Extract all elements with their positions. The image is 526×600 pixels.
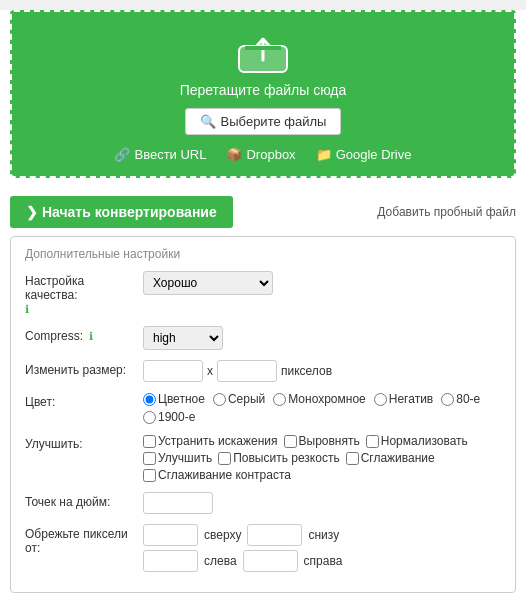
improve-check-align[interactable] [284,435,297,448]
compress-label: Compress: ℹ [25,326,135,343]
compress-row: Compress: ℹ high medium low [25,326,501,350]
upload-links: 🔗 Ввести URL 📦 Dropbox 📁 Google Drive [22,147,504,162]
crop-right-label: справа [304,554,343,568]
choose-files-label: Выберите файлы [221,114,327,129]
upload-drag-text: Перетащите файлы сюда [22,82,504,98]
improve-sharpen[interactable]: Повысить резкость [218,451,339,465]
improve-check-smooth[interactable] [346,452,359,465]
crop-right-input[interactable] [243,550,298,572]
resize-row: Изменить размер: x пикселов [25,360,501,382]
settings-section-title: Дополнительные настройки [25,247,501,261]
crop-top-input[interactable] [143,524,198,546]
crop-row: Обрежьте пиксели от: сверху снизу слева … [25,524,501,572]
crop-group: сверху снизу слева справа [143,524,342,572]
crop-left-input[interactable] [143,550,198,572]
resize-pixels-label: пикселов [281,364,332,378]
improve-check-normalize[interactable] [366,435,379,448]
improve-fix-distortion[interactable]: Устранить искажения [143,434,278,448]
quality-select[interactable]: Хорошо Лучше Отлично [143,271,273,295]
improve-label: Улучшить: [25,434,135,451]
top-start-button[interactable]: ❯ Начать конвертирование [10,196,233,228]
improve-normalize[interactable]: Нормализовать [366,434,468,448]
resize-x: x [207,364,213,378]
color-option-mono[interactable]: Монохромное [273,392,366,406]
dropbox-link[interactable]: 📦 Dropbox [226,147,295,162]
color-radio-color[interactable] [143,393,156,406]
quality-label: Настройка качества: ℹ [25,271,135,316]
improve-smooth[interactable]: Сглаживание [346,451,435,465]
quality-row: Настройка качества: ℹ Хорошо Лучше Отлич… [25,271,501,316]
color-radio-grey[interactable] [213,393,226,406]
crop-left-row: слева справа [143,550,342,572]
color-radio-negative[interactable] [374,393,387,406]
upload-area[interactable]: Перетащите файлы сюда 🔍 Выберите файлы 🔗… [10,10,516,178]
color-group: Цветное Серый Монохромное Негатив [143,392,501,424]
color-label: Цвет: [25,392,135,409]
improve-check-enhance[interactable] [143,452,156,465]
improve-smooth-contrast[interactable]: Сглаживание контраста [143,468,291,482]
improve-align[interactable]: Выровнять [284,434,360,448]
compress-select[interactable]: high medium low [143,326,223,350]
url-link[interactable]: 🔗 Ввести URL [114,147,206,162]
compress-info-icon[interactable]: ℹ [89,330,93,342]
color-radio-1900s[interactable] [143,411,156,424]
improve-enhance[interactable]: Улучшить [143,451,212,465]
resize-height-input[interactable] [217,360,277,382]
crop-top-row: сверху снизу [143,524,342,546]
improve-check-smooth-contrast[interactable] [143,469,156,482]
choose-files-button[interactable]: 🔍 Выберите файлы [185,108,342,135]
color-option-color[interactable]: Цветное [143,392,205,406]
color-option-1900s[interactable]: 1900-е [143,410,195,424]
dpi-input[interactable] [143,492,213,514]
crop-label: Обрежьте пиксели от: [25,524,135,555]
quality-content: Хорошо Лучше Отлично [143,271,501,295]
resize-width-input[interactable] [143,360,203,382]
color-content: Цветное Серый Монохромное Негатив [143,392,501,424]
color-radio-80s[interactable] [441,393,454,406]
crop-bottom-label: снизу [308,528,339,542]
dropbox-icon: 📦 [226,147,242,162]
quality-info-icon[interactable]: ℹ [25,303,29,315]
gdrive-link[interactable]: 📁 Google Drive [316,147,412,162]
crop-bottom-input[interactable] [247,524,302,546]
improve-content: Устранить искажения Выровнять Нормализов… [143,434,501,482]
improve-group: Устранить искажения Выровнять Нормализов… [143,434,501,482]
color-row: Цвет: Цветное Серый Монохромное [25,392,501,424]
top-start-row: ❯ Начать конвертирование Добавить пробны… [0,188,526,236]
resize-content: x пикселов [143,360,501,382]
compress-content: high medium low [143,326,501,350]
crop-left-label: слева [204,554,237,568]
resize-label: Изменить размер: [25,360,135,377]
dpi-row: Точек на дюйм: [25,492,501,514]
crop-top-label: сверху [204,528,241,542]
svg-rect-1 [245,46,281,50]
link-icon: 🔗 [114,147,130,162]
dpi-label: Точек на дюйм: [25,492,135,509]
improve-row: Улучшить: Устранить искажения Выровнять … [25,434,501,482]
search-icon: 🔍 [200,114,216,129]
page-wrapper: Перетащите файлы сюда 🔍 Выберите файлы 🔗… [0,10,526,600]
gdrive-icon: 📁 [316,147,332,162]
color-option-negative[interactable]: Негатив [374,392,433,406]
color-radio-mono[interactable] [273,393,286,406]
crop-content: сверху снизу слева справа [143,524,501,572]
improve-check-fix-distortion[interactable] [143,435,156,448]
add-sample-link[interactable]: Добавить пробный файл [377,205,516,219]
additional-settings-section: Дополнительные настройки Настройка качес… [10,236,516,593]
color-option-80s[interactable]: 80-е [441,392,480,406]
dpi-content [143,492,501,514]
color-option-grey[interactable]: Серый [213,392,265,406]
upload-cloud-icon [237,32,289,74]
improve-check-sharpen[interactable] [218,452,231,465]
